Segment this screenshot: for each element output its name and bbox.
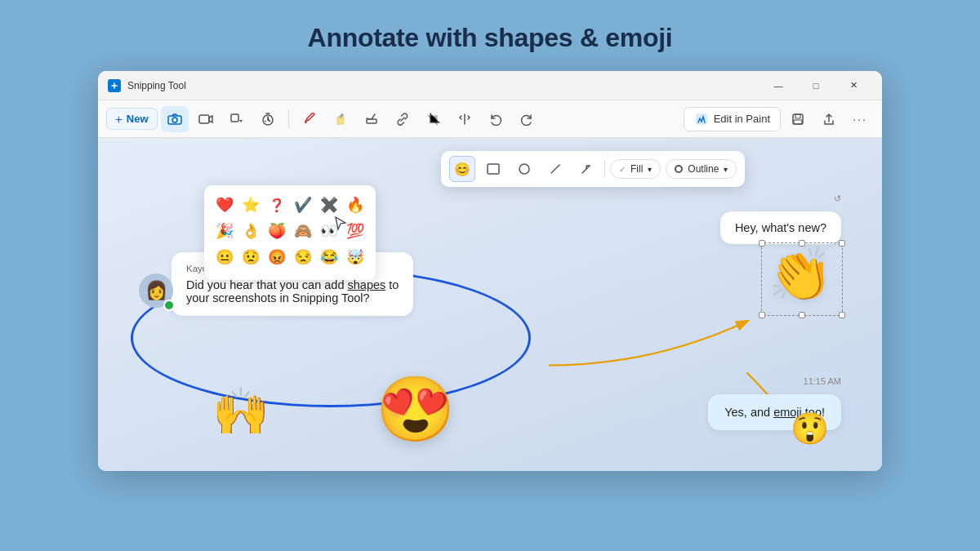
annotation-toolbar: 😊 ✓ Fill ▾ Outline ▾ (441, 151, 745, 187)
svg-rect-8 (696, 113, 707, 125)
crop-btn[interactable] (420, 106, 448, 132)
emoji-eyes[interactable]: 👀 (318, 220, 341, 242)
main-toolbar: + New (98, 100, 882, 138)
pen-tool-btn[interactable] (296, 106, 323, 132)
shape-select-btn[interactable] (223, 106, 251, 132)
svg-point-2 (172, 118, 177, 122)
record-btn[interactable] (192, 106, 220, 132)
heart-eyes-emoji: 😍 (376, 372, 455, 447)
svg-rect-9 (793, 114, 803, 124)
emoji-row-3: 😐 😟 😡 😒 😂 🤯 (212, 246, 368, 269)
emoji-unamused[interactable]: 😒 (292, 246, 314, 269)
app-title: Snipping Tool (127, 80, 760, 91)
emoji-neutral[interactable]: 😐 (213, 246, 236, 269)
raising-hands-emoji: 🙌 (212, 384, 270, 438)
surprised-emoji: 😲 (791, 411, 829, 447)
emoji-sad[interactable]: 😟 (239, 246, 262, 269)
sel-handle-bc[interactable] (799, 312, 805, 318)
timer-btn[interactable] (254, 106, 282, 132)
highlighter-btn[interactable] (327, 106, 354, 132)
svg-rect-3 (199, 115, 209, 123)
svg-line-14 (551, 165, 559, 173)
emoji-party[interactable]: 🎉 (213, 220, 236, 242)
emoji-x[interactable]: ✖️ (318, 193, 341, 216)
yes-text-1: Yes, and (724, 406, 773, 419)
emoji-star[interactable]: ⭐ (239, 193, 262, 216)
fill-btn[interactable]: ✓ Fill ▾ (610, 159, 661, 179)
svg-point-13 (519, 164, 529, 174)
emoji-100[interactable]: 💯 (344, 220, 367, 242)
refresh-icon-area: ↺ (834, 193, 841, 204)
sel-handle-br[interactable] (839, 312, 845, 318)
hey-text: Hey, what's new? (735, 221, 826, 234)
new-button[interactable]: + New (106, 108, 158, 130)
annot-separator (604, 161, 605, 177)
edit-in-paint-label: Edit in Paint (714, 113, 770, 125)
avatar-online-badge (163, 300, 175, 311)
arrow-tool-btn[interactable] (573, 156, 599, 182)
sel-handle-tr[interactable] (839, 240, 845, 247)
circle-tool-btn[interactable] (511, 156, 537, 182)
chat-text: Did you hear that you can add shapes to … (186, 278, 399, 304)
save-btn[interactable] (784, 106, 812, 132)
edit-in-paint-button[interactable]: Edit in Paint (684, 107, 781, 131)
app-icon (108, 79, 121, 92)
emoji-peach[interactable]: 🍑 (265, 220, 288, 242)
emoji-heart[interactable]: ❤️ (213, 193, 236, 216)
sel-handle-bl[interactable] (759, 312, 765, 318)
maximize-btn[interactable]: □ (797, 73, 835, 99)
screenshot-camera-btn[interactable] (161, 106, 189, 132)
sel-handle-tl[interactable] (759, 240, 765, 247)
content-area: 😊 ✓ Fill ▾ Outline ▾ (98, 138, 882, 471)
share-btn[interactable] (815, 106, 843, 132)
svg-rect-12 (488, 164, 499, 174)
minimize-btn[interactable]: — (760, 73, 797, 99)
window-controls: — □ ✕ (760, 73, 872, 99)
outline-label: Outline (688, 163, 719, 175)
emoji-mind-blown[interactable]: 🤯 (344, 246, 367, 269)
separator1 (288, 109, 289, 129)
eraser-btn[interactable] (358, 106, 385, 132)
shapes-word: shapes (348, 278, 386, 291)
page-title: Annotate with shapes & emoji (308, 23, 673, 53)
new-label: New (127, 113, 149, 125)
redo-btn[interactable] (513, 106, 541, 132)
outline-btn[interactable]: Outline ▾ (666, 159, 737, 179)
emoji-row-2: 🎉 👌 🍑 🙈 👀 💯 (212, 220, 368, 242)
emoji-monkey[interactable]: 🙈 (292, 220, 314, 242)
plus-icon: + (115, 112, 122, 126)
link-btn[interactable] (389, 106, 416, 132)
emoji-check[interactable]: ✔️ (292, 193, 314, 216)
line-tool-btn[interactable] (542, 156, 568, 182)
rect-tool-btn[interactable] (480, 156, 506, 182)
selection-box (761, 242, 843, 316)
app-window: Snipping Tool — □ ✕ + New (98, 71, 882, 471)
more-btn[interactable]: ··· (846, 106, 874, 132)
chat-bubble-right-top: Hey, what's new? ↺ (720, 211, 841, 244)
emoji-row-1: ❤️ ⭐ ❓ ✔️ ✖️ 🔥 (212, 193, 368, 216)
svg-rect-4 (231, 114, 238, 122)
svg-rect-7 (367, 119, 376, 123)
fill-label: Fill (630, 163, 643, 175)
emoji-question[interactable]: ❓ (265, 193, 288, 216)
emoji-angry[interactable]: 😡 (265, 246, 288, 269)
emoji-fire[interactable]: 🔥 (344, 193, 367, 216)
flip-btn[interactable] (451, 106, 479, 132)
emoji-picker: ❤️ ⭐ ❓ ✔️ ✖️ 🔥 🎉 👌 🍑 🙈 👀 💯 😐 😟 😡 😒 (204, 185, 376, 280)
bottom-time: 11:15 AM (804, 376, 841, 386)
titlebar: Snipping Tool — □ ✕ (98, 71, 882, 100)
emoji-tool-btn[interactable]: 😊 (449, 156, 475, 182)
sel-handle-tc[interactable] (799, 240, 805, 247)
emoji-ok[interactable]: 👌 (239, 220, 262, 242)
close-btn[interactable]: ✕ (835, 73, 872, 99)
undo-btn[interactable] (482, 106, 510, 132)
emoji-laughing[interactable]: 😂 (318, 246, 341, 269)
